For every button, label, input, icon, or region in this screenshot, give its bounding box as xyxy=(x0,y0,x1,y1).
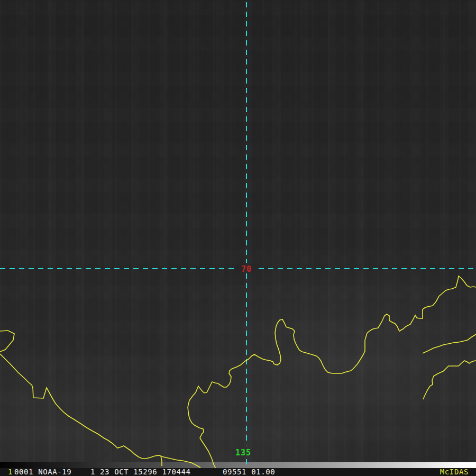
coastline-overlay xyxy=(423,361,476,399)
longitude-label: 135 xyxy=(235,448,251,457)
image-source: 0001 NOAA-19 xyxy=(14,468,71,476)
coastline-overlay xyxy=(188,276,476,476)
coastline-overlay xyxy=(0,354,203,470)
status-bar: 1 0001 NOAA-19 1 23 OCT 15296 170444 095… xyxy=(0,468,476,476)
coastline-overlay xyxy=(423,334,476,353)
coastline-overlay xyxy=(161,456,162,466)
coastline-overlay xyxy=(0,331,14,352)
latitude-label: 70 xyxy=(241,264,252,274)
map-overlay xyxy=(0,0,476,476)
mcidas-brand: McIDAS xyxy=(440,468,469,476)
frame-number: 1 xyxy=(8,468,13,476)
mcidas-window: 70 135 1 0001 NOAA-19 1 23 OCT 15296 170… xyxy=(0,0,476,476)
image-info: 09551 01.00 xyxy=(223,468,275,476)
image-datetime: 1 23 OCT 15296 170444 xyxy=(90,468,191,476)
